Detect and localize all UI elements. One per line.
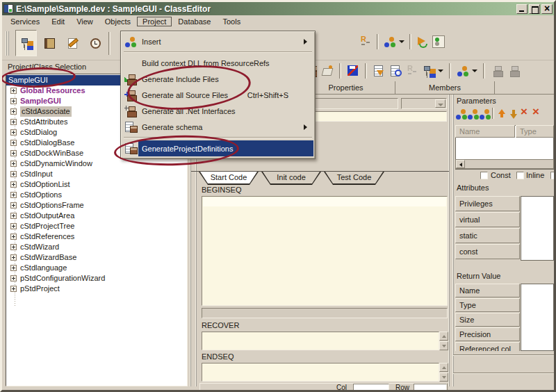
toolbar-button[interactable] — [483, 63, 485, 79]
expand-plus-icon[interactable] — [10, 129, 17, 136]
tab-start-code[interactable]: Start Code — [199, 172, 259, 185]
preview-document-button[interactable] — [389, 65, 402, 77]
scroll-left-icon[interactable] — [456, 160, 465, 168]
expand-plus-icon[interactable] — [10, 244, 17, 250]
expand-plus-icon[interactable] — [10, 171, 17, 177]
add-parameter-button[interactable] — [455, 108, 466, 119]
com-generator-button[interactable] — [491, 65, 503, 77]
tab-test-code[interactable]: Test Code — [324, 172, 384, 185]
run-button[interactable] — [416, 35, 429, 48]
expand-plus-icon[interactable] — [10, 98, 17, 104]
beginseq-scrollbar[interactable] — [202, 308, 448, 318]
toolbar-button[interactable] — [409, 34, 411, 49]
export-document-button[interactable] — [373, 65, 385, 77]
expand-plus-icon[interactable] — [10, 202, 17, 209]
expand-plus-icon[interactable] — [10, 140, 17, 146]
tree-item[interactable]: cStdReferences — [6, 231, 187, 242]
scroll-up-icon[interactable] — [439, 363, 448, 372]
third-checkbox[interactable] — [550, 172, 556, 179]
resource-refresh-button[interactable] — [359, 35, 372, 48]
scroll-up-icon[interactable] — [439, 332, 448, 341]
tab-init-code[interactable]: Init code — [261, 172, 321, 185]
combo-dropdown-icon[interactable] — [435, 99, 445, 108]
expand-plus-icon[interactable] — [10, 213, 17, 219]
scroll-down-icon[interactable] — [439, 373, 448, 382]
tree-item[interactable]: cStdWizardBase — [6, 252, 187, 263]
toolbar-grip[interactable] — [6, 31, 9, 56]
paint-button[interactable] — [321, 65, 334, 77]
type-combobox[interactable] — [401, 98, 447, 109]
expand-plus-icon[interactable] — [10, 161, 17, 167]
toolbar-button[interactable] — [492, 108, 494, 119]
expand-plus-icon[interactable] — [10, 223, 17, 229]
tree-item[interactable]: cStdOptionList — [6, 179, 187, 190]
menu-edit[interactable]: Edit — [46, 17, 70, 26]
expand-plus-icon[interactable] — [10, 286, 17, 292]
toolbar-button[interactable] — [449, 63, 451, 79]
parameters-scrollbar[interactable] — [455, 159, 554, 169]
menu-services[interactable]: Services — [5, 17, 45, 26]
expand-plus-icon[interactable] — [10, 265, 17, 271]
menu-item-build-context-dll[interactable]: Build context DLL from ResourceRefs — [122, 55, 313, 71]
tree-item[interactable]: cStdOptionsFrame — [6, 200, 187, 211]
link-parameter-button[interactable] — [479, 108, 490, 119]
menu-item-generate-all-net-interfaces[interactable]: Generate all .Net Interfaces — [122, 103, 313, 119]
expand-plus-icon[interactable] — [10, 275, 17, 281]
tree-item[interactable]: cStdOutputArea — [6, 211, 187, 221]
return-value-row[interactable]: Name — [455, 284, 520, 297]
resource-refresh-button[interactable] — [406, 65, 418, 77]
relations-button[interactable] — [457, 65, 477, 77]
attribute-row[interactable]: virtual — [455, 212, 520, 227]
delete-all-parameters-button[interactable] — [532, 108, 543, 119]
toolbar-button[interactable] — [377, 34, 379, 49]
insert-parameter-button[interactable] — [467, 108, 478, 119]
tree-item[interactable]: cStdInput — [6, 169, 187, 179]
menu-item-insert[interactable]: Insert — [122, 33, 313, 49]
menu-project[interactable]: Project — [137, 17, 172, 26]
class-tree-button[interactable] — [423, 65, 443, 77]
close-button[interactable] — [541, 4, 553, 14]
attribute-row[interactable]: static — [455, 228, 520, 243]
maximize-button[interactable] — [529, 4, 540, 14]
history-button[interactable] — [84, 30, 106, 56]
attributes-values[interactable] — [521, 196, 554, 261]
menu-item-generate-schema[interactable]: Generate schema — [122, 119, 313, 135]
expand-plus-icon[interactable] — [10, 88, 17, 94]
return-value-values[interactable] — [521, 284, 554, 351]
column-header-type[interactable]: Type — [516, 125, 554, 138]
column-header-name[interactable]: Name — [455, 125, 515, 138]
menu-objects[interactable]: Objects — [99, 17, 136, 26]
class-tree-view-button[interactable] — [15, 30, 37, 56]
beginseq-editor[interactable] — [202, 196, 448, 306]
tree-item[interactable]: pStdConfigurationWizard — [6, 273, 187, 284]
minimize-button[interactable] — [516, 4, 528, 14]
menu-item-generate-project-definitions[interactable]: GenerateProjectDefinitions — [122, 140, 313, 156]
expand-plus-icon[interactable] — [10, 108, 17, 115]
tab-members[interactable]: Members — [395, 81, 495, 94]
tree-item[interactable]: cStdlanguage — [6, 263, 187, 273]
tree-item[interactable]: cStdWizard — [6, 242, 187, 252]
attribute-row[interactable]: Privileges — [455, 196, 520, 211]
expand-plus-icon[interactable] — [10, 150, 17, 156]
delete-parameter-button[interactable] — [520, 108, 531, 119]
tree-item[interactable]: cStdDynamicWindow — [6, 158, 187, 169]
expand-plus-icon[interactable] — [10, 234, 17, 240]
title-bar[interactable]: E:\Sample\Sample.dev : SampleGUI - Class… — [2, 2, 554, 15]
recover-editor[interactable] — [202, 332, 439, 350]
edit-document-button[interactable] — [61, 30, 83, 56]
expand-plus-icon[interactable] — [10, 192, 17, 198]
menu-tools[interactable]: Tools — [217, 17, 246, 26]
resource-book-button[interactable] — [38, 30, 60, 56]
inline-checkbox[interactable] — [516, 172, 524, 179]
expand-plus-icon[interactable] — [10, 254, 17, 261]
endseq-editor[interactable] — [202, 363, 439, 382]
toolbar-button[interactable] — [365, 63, 367, 79]
menu-item[interactable] — [122, 135, 313, 140]
menu-item-generate-include-files[interactable]: Generate Include Files — [122, 71, 313, 87]
scroll-down-icon[interactable] — [439, 341, 448, 350]
expand-plus-icon[interactable] — [10, 181, 17, 188]
save-button[interactable] — [347, 65, 359, 77]
attribute-row[interactable]: const — [455, 244, 520, 259]
return-value-row[interactable]: Precision — [455, 327, 520, 341]
tree-item[interactable]: cStdProjectTree — [6, 221, 187, 231]
